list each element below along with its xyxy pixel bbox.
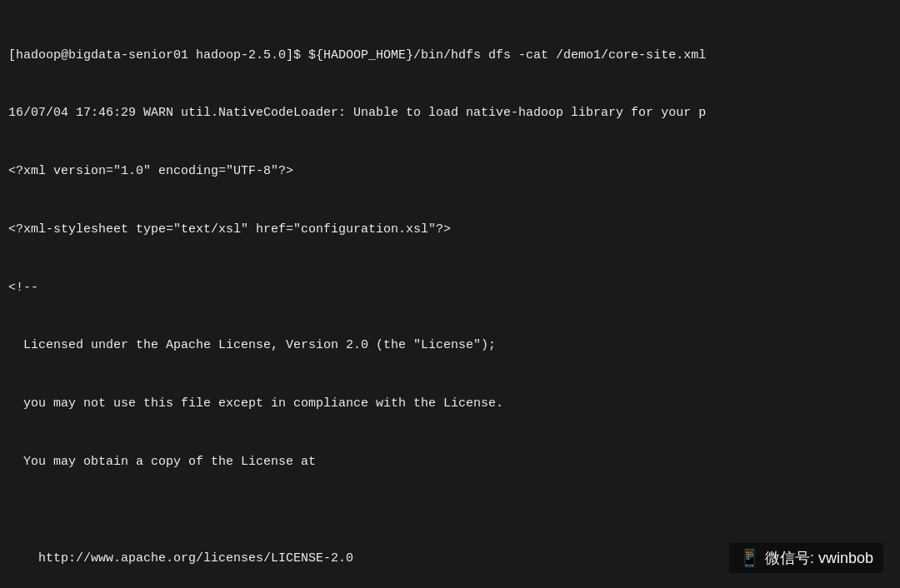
wechat-icon: 📱: [739, 548, 760, 568]
terminal-line-6: you may not use this file except in comp…: [8, 394, 892, 413]
watermark-label: 微信号: vwinbob: [765, 548, 873, 568]
terminal-window: [hadoop@bigdata-senior01 hadoop-2.5.0]$ …: [0, 0, 900, 588]
terminal-line-4: <!--: [8, 278, 892, 297]
terminal-line-0: [hadoop@bigdata-senior01 hadoop-2.5.0]$ …: [8, 46, 892, 65]
terminal-line-3: <?xml-stylesheet type="text/xsl" href="c…: [8, 220, 892, 239]
terminal-line-2: <?xml version="1.0" encoding="UTF-8"?>: [8, 162, 892, 181]
terminal-line-7: You may obtain a copy of the License at: [8, 452, 892, 471]
watermark: 📱 微信号: vwinbob: [729, 543, 883, 573]
terminal-line-5: Licensed under the Apache License, Versi…: [8, 336, 892, 355]
terminal-content: [hadoop@bigdata-senior01 hadoop-2.5.0]$ …: [8, 7, 892, 588]
terminal-line-1: 16/07/04 17:46:29 WARN util.NativeCodeLo…: [8, 103, 892, 122]
